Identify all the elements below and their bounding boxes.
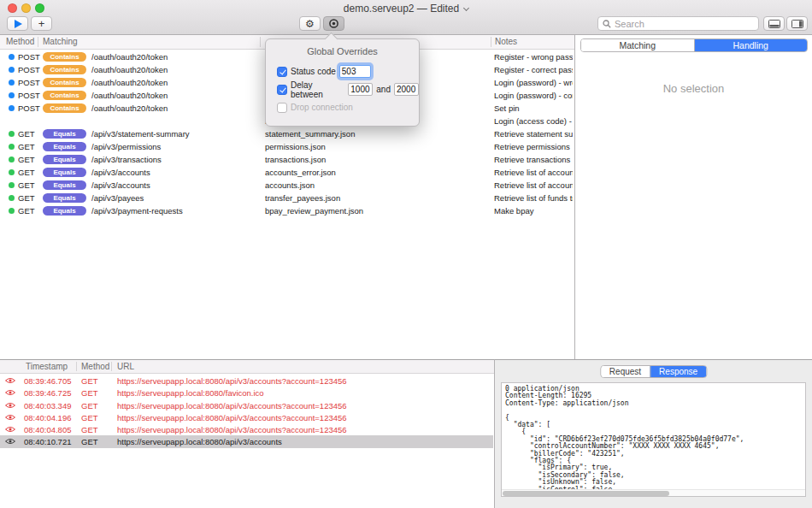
column-url[interactable]: URL [117, 362, 134, 371]
log-table: Timestamp Method URL 08:39:46.705 GET ht… [0, 359, 495, 508]
search-input[interactable] [615, 19, 754, 29]
url-cell: https://serveupapp.local:8080/api/v3/acc… [117, 425, 491, 434]
column-matching[interactable]: Matching [43, 37, 78, 46]
matching-badge: Equals [43, 168, 86, 177]
method-cell: POST [18, 91, 42, 100]
note-cell: Retrieve list of funds transfer payees [494, 193, 573, 203]
rule-row[interactable]: GET Equals /api/v3/accounts accounts.jso… [0, 179, 574, 192]
timestamp-cell: 08:40:10.721 [24, 437, 75, 446]
timestamp-cell: 08:40:04.805 [24, 425, 75, 434]
log-table-header: Timestamp Method URL [0, 360, 494, 374]
drop-connection-row: Drop connection [266, 101, 419, 114]
method-cell: GET [18, 142, 42, 151]
method-get-dot [9, 182, 15, 188]
status-code-checkbox[interactable] [277, 67, 287, 77]
method-get-dot [9, 131, 15, 137]
drop-connection-checkbox[interactable] [277, 103, 287, 113]
method-post-dot [9, 80, 15, 86]
matching-badge: Equals [43, 206, 86, 216]
note-cell: Retrieve transactions [494, 155, 573, 164]
title-menu-chevron-icon[interactable] [463, 5, 469, 11]
path-cell: /oauth/oauth20/token [91, 78, 256, 87]
tab-handling[interactable]: Handling [694, 39, 808, 51]
search-field[interactable] [597, 16, 759, 31]
timestamp-cell: 08:40:04.196 [24, 413, 75, 422]
rule-row[interactable]: GET Equals /api/v3/statement-summary sta… [0, 127, 574, 140]
url-cell: https://serveupapp.local:8080/api/v3/acc… [117, 413, 491, 422]
search-icon [603, 20, 611, 28]
minimize-button[interactable] [21, 3, 31, 13]
column-method[interactable]: Method [81, 362, 109, 371]
note-cell: Retrieve list of accounts [494, 180, 573, 190]
zoom-button[interactable] [35, 3, 44, 13]
status-code-input[interactable] [339, 65, 371, 78]
horizontal-scrollbar[interactable] [502, 489, 805, 496]
eye-icon [5, 402, 15, 409]
toggle-inspector-button[interactable] [786, 16, 808, 31]
method-cell: GET [18, 180, 42, 190]
delay-checkbox[interactable] [277, 85, 287, 95]
column-divider [76, 362, 77, 371]
file-cell: transfer_payees.json [265, 193, 485, 203]
url-cell: https://serveupapp.local:8080/api/v3/acc… [117, 437, 491, 446]
matching-badge: Equals [43, 193, 86, 203]
tab-matching[interactable]: Matching [581, 39, 694, 51]
path-cell: /api/v3/accounts [91, 168, 256, 177]
window-title: demo.serveup2 — Edited [128, 3, 684, 15]
add-button[interactable]: + [31, 16, 52, 31]
close-button[interactable] [8, 3, 17, 13]
file-cell: accounts_error.json [265, 168, 485, 177]
path-cell: /api/v3/permissions [91, 142, 256, 151]
log-row[interactable]: 08:40:04.805 GET https://serveupapp.loca… [0, 423, 493, 435]
eye-icon [5, 438, 15, 445]
column-method[interactable]: Method [6, 37, 34, 46]
method-cell: POST [18, 65, 42, 74]
rule-row[interactable]: GET Equals /api/v3/permissions permissio… [0, 140, 574, 153]
method-cell: GET [81, 376, 109, 386]
column-timestamp[interactable]: Timestamp [26, 362, 68, 371]
log-row[interactable]: 08:40:04.196 GET https://serveupapp.loca… [0, 411, 493, 423]
delay-from-input[interactable] [348, 83, 373, 96]
method-cell: GET [18, 193, 42, 203]
delay-to-input[interactable] [394, 83, 419, 96]
column-notes[interactable]: Notes [495, 37, 517, 46]
method-cell: GET [18, 155, 42, 164]
method-get-dot [9, 208, 15, 214]
path-cell: /api/v3/payees [91, 193, 256, 203]
toggle-console-button[interactable] [763, 16, 785, 31]
transaction-panel: Request Response 0 application/json Cont… [495, 359, 812, 508]
matching-badge: Equals [43, 180, 86, 190]
tab-response[interactable]: Response [650, 366, 706, 377]
rule-row[interactable]: GET Equals /api/v3/payees transfer_payee… [0, 192, 574, 204]
column-divider [260, 37, 261, 47]
method-get-dot [9, 157, 15, 162]
note-cell: Register - correct password [494, 65, 573, 74]
scrollbar-thumb[interactable] [503, 491, 669, 496]
right-panel-icon [791, 20, 803, 28]
matching-badge: Contains [43, 103, 86, 113]
tab-request[interactable]: Request [601, 366, 650, 377]
matching-badge: Equals [43, 129, 86, 139]
log-row[interactable]: 08:39:46.725 GET https://serveupapp.loca… [0, 387, 493, 399]
rule-row[interactable]: GET Equals /api/v3/accounts accounts_err… [0, 166, 574, 179]
note-cell: Register - wrong password [494, 52, 573, 62]
response-body-box[interactable]: 0 application/json Content-Length: 16295… [501, 382, 806, 497]
response-body: 0 application/json Content-Length: 16295… [502, 383, 805, 493]
play-icon [15, 20, 22, 28]
global-overrides-button[interactable] [323, 16, 344, 31]
settings-button[interactable]: ⚙ [299, 16, 321, 31]
timestamp-cell: 08:40:03.349 [24, 401, 75, 411]
path-cell: /api/v3/accounts [91, 180, 256, 190]
log-row[interactable]: 08:39:46.705 GET https://serveupapp.loca… [0, 375, 493, 387]
rule-row[interactable]: GET Equals /api/v3/transactions transact… [0, 153, 574, 166]
log-row[interactable]: 08:40:03.349 GET https://serveupapp.loca… [0, 399, 493, 411]
note-cell: Make bpay [494, 206, 573, 216]
request-response-tabs: Request Response [600, 365, 707, 378]
note-cell: Retrieve list of accounts with error [494, 168, 573, 177]
play-button[interactable] [7, 16, 28, 31]
log-row-selected[interactable]: 08:40:10.721 GET https://serveupapp.loca… [0, 435, 493, 447]
popover-title: Global Overrides [266, 46, 419, 56]
timestamp-cell: 08:39:46.725 [24, 388, 75, 398]
rule-row[interactable]: GET Equals /api/v3/payment-requests bpay… [0, 204, 574, 217]
method-cell: GET [18, 206, 42, 216]
